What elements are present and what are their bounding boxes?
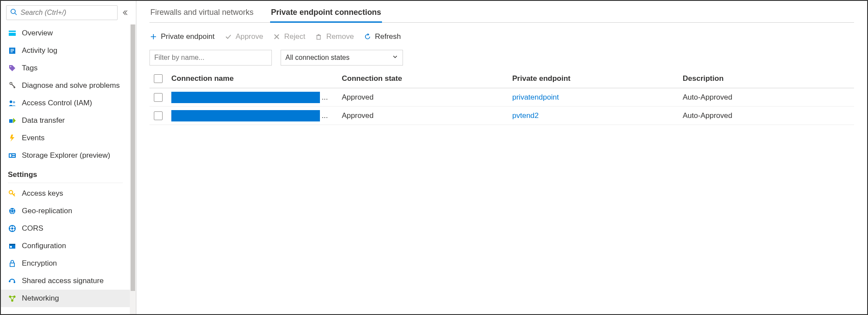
overview-icon	[8, 29, 17, 38]
nav-label: Networking	[22, 294, 59, 303]
cell-description: Auto-Approved	[683, 111, 854, 120]
search-input[interactable]	[20, 8, 114, 17]
svg-point-26	[9, 280, 10, 282]
sidebar-scrollbar[interactable]	[130, 24, 136, 314]
svg-point-21	[11, 228, 14, 230]
encryption-icon	[8, 259, 17, 268]
sidebar-scrollbar-thumb[interactable]	[131, 24, 135, 291]
nav-item-networking[interactable]: Networking	[1, 290, 130, 307]
svg-point-12	[13, 101, 15, 104]
approve-button[interactable]: Approve	[224, 32, 263, 41]
filter-by-name-input[interactable]	[149, 50, 272, 66]
svg-rect-15	[10, 154, 11, 157]
svg-rect-3	[9, 33, 16, 36]
nav-item-sas[interactable]: Shared access signature	[1, 272, 130, 290]
nav-item-iam[interactable]: Access Control (IAM)	[1, 94, 130, 112]
iam-icon	[8, 99, 17, 107]
connection-state-dropdown[interactable]: All connection states	[281, 50, 403, 66]
dropdown-label: All connection states	[285, 54, 350, 62]
connections-table: Connection name Connection state Private…	[149, 69, 854, 125]
cell-description: Auto-Approved	[683, 93, 854, 102]
x-icon	[273, 33, 281, 41]
nav-item-access-keys[interactable]: Access keys	[1, 185, 130, 202]
nav-label: Activity log	[22, 46, 57, 55]
svg-rect-2	[9, 31, 16, 32]
col-connection-state[interactable]: Connection state	[342, 74, 512, 83]
svg-point-11	[10, 100, 12, 103]
redacted-name	[171, 92, 320, 103]
svg-point-10	[14, 87, 15, 88]
cell-private-endpoint-link[interactable]: privatendpoint	[512, 93, 683, 102]
svg-rect-6	[10, 50, 14, 51]
trash-icon	[315, 33, 323, 41]
collapse-sidebar-button[interactable]	[120, 7, 132, 19]
toolbar: Private endpoint Approve Reject Remove R…	[149, 32, 854, 41]
svg-rect-16	[12, 154, 15, 155]
nav-label: Geo-replication	[22, 207, 72, 215]
nav-item-tags[interactable]: Tags	[1, 59, 130, 77]
access-keys-icon	[8, 189, 17, 198]
svg-rect-5	[10, 49, 14, 50]
tabs: Firewalls and virtual networks Private e…	[149, 8, 854, 23]
search-box[interactable]	[6, 5, 118, 20]
nav-label: Storage Explorer (preview)	[22, 151, 110, 160]
nav-item-encryption[interactable]: Encryption	[1, 255, 130, 272]
cell-connection-name: ...	[171, 110, 342, 121]
tab-firewalls[interactable]: Firewalls and virtual networks	[149, 8, 254, 22]
svg-rect-7	[10, 52, 13, 52]
nav-item-geo-replication[interactable]: Geo-replication	[1, 202, 130, 220]
row-checkbox[interactable]	[154, 93, 163, 102]
col-connection-name[interactable]: Connection name	[171, 74, 342, 83]
nav-label: Access keys	[22, 189, 63, 198]
nav-item-configuration[interactable]: Configuration	[1, 237, 130, 255]
table-row[interactable]: ... Approved pvtend2 Auto-Approved	[149, 107, 854, 125]
cors-icon	[8, 224, 17, 233]
nav-item-data-transfer[interactable]: Data transfer	[1, 112, 130, 129]
nav-section-settings: Settings	[1, 164, 130, 181]
svg-rect-17	[12, 156, 15, 157]
svg-rect-13	[9, 119, 13, 123]
redacted-name	[171, 110, 320, 121]
configuration-icon	[8, 242, 17, 250]
nav-item-storage-explorer[interactable]: Storage Explorer (preview)	[1, 147, 130, 164]
toolbar-label: Approve	[236, 32, 263, 41]
select-all-checkbox[interactable]	[154, 74, 163, 83]
nav-item-activity-log[interactable]: Activity log	[1, 42, 130, 59]
filters-row: All connection states	[149, 50, 854, 66]
nav-label: Overview	[22, 29, 53, 38]
nav-label: Access Control (IAM)	[22, 99, 92, 107]
cell-connection-state: Approved	[342, 93, 512, 102]
col-description[interactable]: Description	[683, 74, 854, 83]
reject-button[interactable]: Reject	[273, 32, 305, 41]
nav-item-diagnose[interactable]: Diagnose and solve problems	[1, 77, 130, 94]
refresh-button[interactable]: Refresh	[364, 32, 401, 41]
remove-button[interactable]: Remove	[315, 32, 354, 41]
svg-point-8	[10, 66, 11, 67]
add-private-endpoint-button[interactable]: Private endpoint	[149, 32, 215, 41]
table-row[interactable]: ... Approved privatendpoint Auto-Approve…	[149, 88, 854, 107]
cell-connection-state: Approved	[342, 111, 512, 120]
nav-item-events[interactable]: Events	[1, 129, 130, 147]
nav-label: Data transfer	[22, 116, 65, 125]
refresh-icon	[364, 33, 372, 41]
svg-line-1	[15, 13, 17, 15]
networking-icon	[8, 294, 17, 303]
nav-item-overview[interactable]: Overview	[1, 24, 130, 42]
search-icon	[10, 8, 17, 17]
nav-label: Encryption	[22, 259, 57, 268]
tags-icon	[8, 64, 17, 73]
svg-rect-31	[317, 35, 320, 39]
toolbar-label: Remove	[326, 32, 354, 41]
cell-connection-name: ...	[171, 92, 342, 103]
nav-label: CORS	[22, 224, 43, 233]
nav-label: Configuration	[22, 242, 66, 250]
row-checkbox[interactable]	[154, 111, 163, 120]
svg-rect-23	[9, 244, 15, 245]
tab-private-endpoint[interactable]: Private endpoint connections	[270, 8, 382, 23]
table-header: Connection name Connection state Private…	[149, 69, 854, 88]
svg-rect-25	[10, 263, 14, 267]
check-icon	[224, 33, 232, 41]
cell-private-endpoint-link[interactable]: pvtend2	[512, 111, 683, 120]
col-private-endpoint[interactable]: Private endpoint	[512, 74, 683, 83]
nav-item-cors[interactable]: CORS	[1, 220, 130, 237]
